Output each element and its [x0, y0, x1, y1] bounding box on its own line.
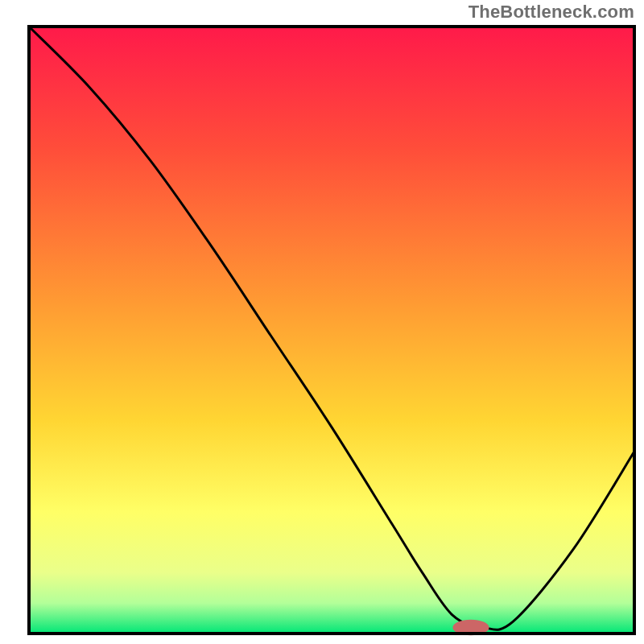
- bottleneck-chart: [0, 0, 644, 644]
- plot-background: [29, 27, 634, 634]
- chart-container: TheBottleneck.com: [0, 0, 644, 644]
